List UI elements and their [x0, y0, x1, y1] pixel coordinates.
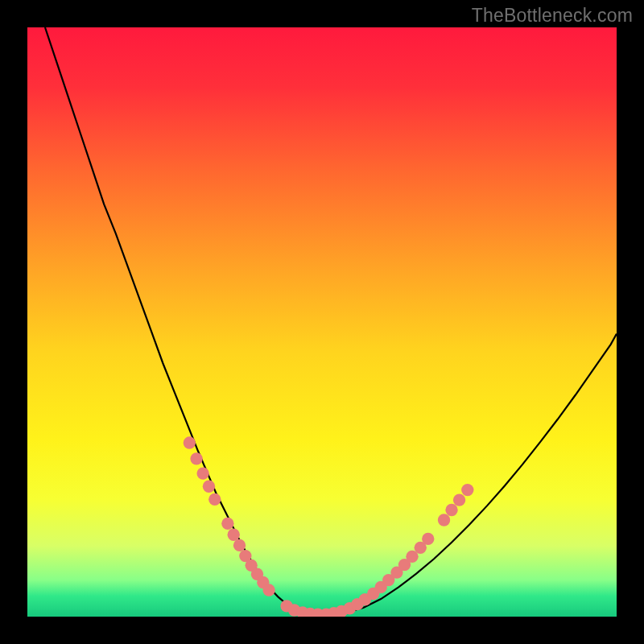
curve-marker [453, 493, 465, 506]
curve-marker [190, 452, 202, 464]
curve-marker [445, 504, 457, 516]
curve-marker [233, 539, 246, 551]
watermark-text: TheBottleneck.com [472, 5, 633, 27]
marker-group [184, 436, 474, 617]
bottleneck-curve [45, 27, 617, 614]
curve-marker [208, 493, 221, 506]
chart-overlay [27, 27, 617, 617]
curve-marker [228, 529, 240, 541]
chart-frame [27, 27, 617, 617]
curve-marker [461, 484, 473, 496]
curve-marker [221, 518, 233, 530]
curve-marker [422, 533, 434, 545]
curve-marker [438, 514, 450, 526]
curve-marker [196, 467, 208, 479]
curve-marker [184, 436, 196, 448]
curve-marker [262, 584, 275, 596]
curve-marker [203, 481, 215, 493]
